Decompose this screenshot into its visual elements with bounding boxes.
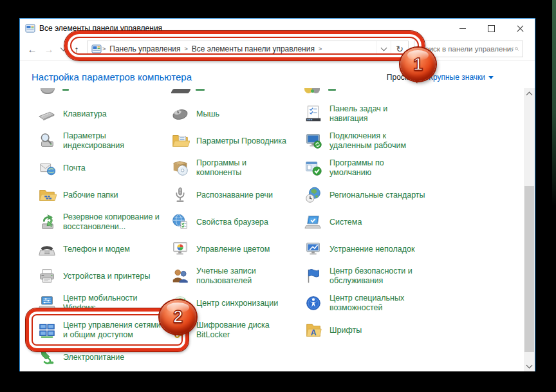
programs-features-icon bbox=[171, 158, 190, 178]
cp-item-label: Устранение неполадок bbox=[329, 245, 414, 254]
remote-desktop-icon bbox=[304, 131, 323, 151]
cp-item-programs-features[interactable]: Программы и компоненты bbox=[171, 154, 304, 182]
cp-item-system[interactable]: Система bbox=[304, 209, 437, 236]
breadcrumb-all-items[interactable]: Все элементы панели управления bbox=[189, 44, 318, 53]
address-dropdown-button[interactable] bbox=[376, 41, 391, 57]
cp-item-label: Клавиатура bbox=[63, 109, 107, 119]
mobility-center-icon bbox=[37, 294, 57, 313]
scroll-down-button[interactable] bbox=[524, 360, 535, 371]
cp-item-speech-recognition[interactable]: Распознавание речи bbox=[171, 182, 304, 209]
cp-item-label: Параметры индексирования bbox=[63, 131, 124, 151]
screenshot-stage: Все элементы панели управления ← → ↑ > П… bbox=[0, 0, 556, 392]
cp-item-keyboard[interactable]: Клавиатура bbox=[37, 100, 171, 127]
phone-modem-icon bbox=[37, 239, 57, 259]
clipped-text-fragment bbox=[196, 89, 205, 91]
cp-item-phone-modem[interactable]: Телефон и модем bbox=[37, 236, 171, 263]
indexing-options-icon bbox=[37, 131, 57, 151]
close-button[interactable] bbox=[506, 19, 535, 38]
troubleshooting-icon bbox=[304, 239, 323, 259]
cp-item-label: Управление цветом bbox=[196, 245, 270, 254]
forward-button[interactable]: → bbox=[41, 41, 57, 57]
cp-item-mouse[interactable]: Мышь bbox=[171, 100, 304, 127]
cp-item-label: Система bbox=[329, 218, 362, 227]
cp-item-label: Панель задач и навигация bbox=[329, 104, 387, 124]
cp-item-work-folders[interactable]: Рабочие папки bbox=[37, 182, 171, 209]
ease-of-access-icon bbox=[304, 294, 323, 313]
cp-item-label: Центр мобильности Windows bbox=[63, 294, 138, 313]
cp-item-network-sharing-center[interactable]: Центр управления сетями и общим доступом bbox=[37, 317, 171, 344]
work-folders-icon bbox=[37, 185, 57, 205]
scroll-up-button[interactable] bbox=[524, 88, 535, 99]
up-button[interactable]: ↑ bbox=[69, 41, 84, 57]
cp-item-label: Программы по умолчанию bbox=[329, 158, 384, 178]
keyboard-icon bbox=[37, 104, 57, 124]
default-programs-icon bbox=[304, 158, 323, 178]
cp-item-color-management[interactable]: Управление цветом bbox=[171, 236, 304, 263]
scrollbar-thumb[interactable] bbox=[524, 186, 534, 352]
cp-item-label: Электропитание bbox=[63, 353, 124, 362]
cp-item-explorer-options[interactable]: Параметры Проводника bbox=[171, 127, 304, 154]
history-dropdown-button[interactable] bbox=[57, 41, 69, 57]
breadcrumb-separator: > bbox=[102, 46, 106, 52]
window-title: Все элементы панели управления bbox=[39, 24, 448, 33]
mail-icon bbox=[37, 158, 57, 178]
cp-item-label: Подключения к удаленным рабочим bbox=[329, 131, 406, 151]
cp-item-default-programs[interactable]: Программы по умолчанию bbox=[304, 154, 437, 182]
address-bar[interactable]: > Панель управления > Все элементы панел… bbox=[87, 41, 409, 57]
power-options-icon bbox=[37, 348, 57, 367]
control-panel-window: Все элементы панели управления ← → ↑ > П… bbox=[19, 18, 535, 371]
mouse-icon bbox=[171, 104, 190, 124]
taskbar-icon bbox=[304, 104, 323, 124]
cp-item-region[interactable]: Региональные стандарты bbox=[304, 182, 437, 209]
cp-item-label: Центр управления сетями и общим доступом bbox=[63, 321, 161, 340]
cp-item-ease-of-access[interactable]: Центр специальных возможностей bbox=[304, 290, 437, 317]
view-by-dropdown[interactable]: Крупные значки bbox=[429, 73, 494, 82]
explorer-options-icon bbox=[171, 131, 190, 151]
minimize-button[interactable] bbox=[448, 19, 477, 38]
cp-item-mail[interactable]: Почта bbox=[37, 154, 171, 182]
maximize-button[interactable] bbox=[477, 19, 506, 38]
cp-item-internet-options[interactable]: Свойства браузера bbox=[171, 209, 304, 236]
step-1-number: 1 bbox=[413, 55, 423, 75]
search-input[interactable] bbox=[418, 44, 515, 53]
cp-item-label: Центр синхронизации bbox=[196, 299, 278, 308]
system-icon bbox=[304, 212, 323, 232]
cp-item-remote-desktop[interactable]: Подключения к удаленным рабочим bbox=[304, 127, 437, 154]
back-button[interactable]: ← bbox=[24, 41, 41, 57]
items-area: Клавиатура Мышь Панель задач и навигация… bbox=[20, 88, 535, 371]
step-2-badge: 2 bbox=[160, 300, 196, 334]
cp-item-indexing-options[interactable]: Параметры индексирования bbox=[37, 127, 171, 154]
cp-item-devices-printers[interactable]: Устройства и принтеры bbox=[37, 263, 171, 290]
cp-item-label: Устройства и принтеры bbox=[63, 272, 150, 281]
region-icon bbox=[304, 185, 323, 205]
cp-item-label: Телефон и модем bbox=[63, 245, 130, 254]
cp-item-power-options[interactable]: Электропитание bbox=[37, 344, 171, 371]
chevron-down-icon bbox=[60, 45, 66, 51]
control-panel-icon bbox=[25, 23, 35, 33]
chevron-up-icon bbox=[526, 91, 533, 98]
cp-item-troubleshooting[interactable]: Устранение неполадок bbox=[304, 236, 437, 263]
svg-text:A: A bbox=[311, 328, 317, 337]
cp-item-backup-restore[interactable]: Резервное копирование и восстановлени... bbox=[37, 209, 171, 236]
view-value: Крупные значки bbox=[429, 73, 485, 82]
navigation-bar: ← → ↑ > Панель управления > Все элементы… bbox=[20, 38, 535, 61]
cp-item-label: Шифрование диска BitLocker bbox=[196, 321, 270, 340]
control-panel-grid: Клавиатура Мышь Панель задач и навигация… bbox=[37, 100, 535, 371]
cp-item-taskbar-navigation[interactable]: Панель задач и навигация bbox=[304, 100, 437, 127]
caret-down-icon bbox=[488, 76, 494, 79]
cp-item-mobility-center[interactable]: Центр мобильности Windows bbox=[37, 290, 171, 317]
vertical-scrollbar[interactable] bbox=[524, 88, 535, 371]
cp-item-label: Центр специальных возможностей bbox=[329, 294, 404, 313]
devices-printers-icon bbox=[37, 266, 57, 286]
fonts-icon: A bbox=[304, 321, 323, 340]
breadcrumb-control-panel[interactable]: Панель управления bbox=[106, 44, 183, 53]
search-icon[interactable] bbox=[515, 44, 519, 53]
cp-item-label: Учетные записи пользователей bbox=[196, 266, 256, 286]
cp-item-security-maintenance[interactable]: Центр безопасности и обслуживания bbox=[304, 263, 437, 290]
cp-item-fonts[interactable]: A Шрифты bbox=[304, 317, 437, 344]
cp-item-label: Шрифты bbox=[329, 326, 362, 335]
cp-item-user-accounts[interactable]: Учетные записи пользователей bbox=[171, 263, 304, 290]
cp-item-label: Рабочие папки bbox=[63, 191, 118, 200]
minimize-icon bbox=[459, 28, 466, 29]
speaker-fragment bbox=[41, 88, 55, 94]
